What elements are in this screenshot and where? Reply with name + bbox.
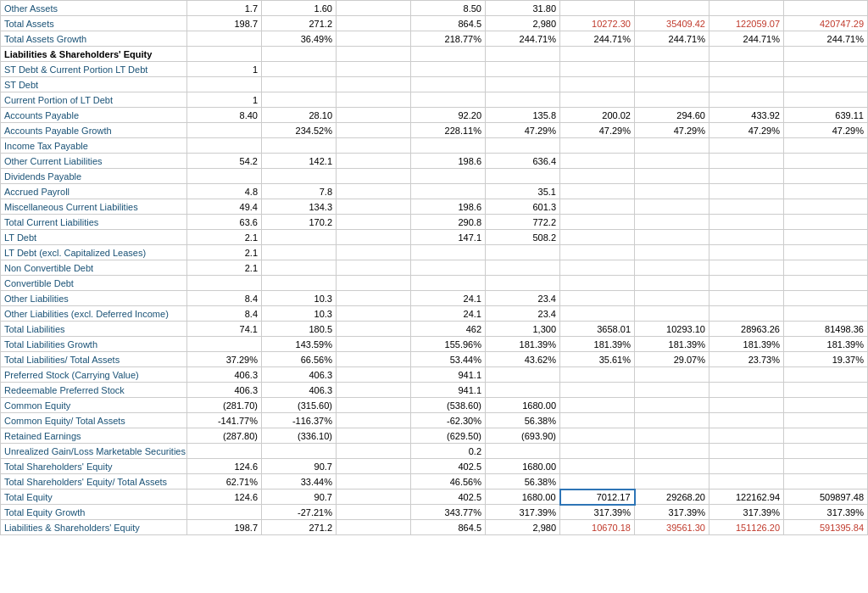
row-label: Total Liabilities/ Total Assets	[1, 352, 187, 367]
cell-value	[337, 47, 411, 62]
cell-value	[635, 77, 709, 92]
cell-value	[262, 62, 337, 77]
cell-value: 147.1	[411, 230, 486, 245]
cell-value	[784, 306, 868, 322]
row-label: Total Liabilities	[1, 322, 187, 337]
cell-value	[187, 505, 262, 520]
table-row: Non Convertible Debt2.1	[1, 260, 868, 276]
cell-value: (336.10)	[262, 428, 337, 444]
cell-value	[337, 138, 411, 154]
cell-value	[337, 77, 411, 92]
cell-value	[187, 31, 262, 47]
row-label: Non Convertible Debt	[1, 260, 187, 276]
cell-value	[337, 322, 411, 337]
cell-value	[337, 337, 411, 352]
table-row: Other Liabilities (excl. Deferred Income…	[1, 306, 868, 322]
row-label: Common Equity	[1, 398, 187, 413]
cell-value	[635, 276, 709, 291]
cell-value	[486, 169, 560, 184]
cell-value	[784, 459, 868, 474]
cell-value: 10293.10	[635, 322, 709, 337]
cell-value	[411, 47, 486, 62]
cell-value: 591395.84	[784, 520, 868, 535]
table-row: LT Debt2.1147.1508.2	[1, 230, 868, 245]
row-label: LT Debt	[1, 230, 187, 245]
cell-value	[709, 306, 784, 322]
cell-value	[709, 184, 784, 199]
row-label: Unrealized Gain/Loss Marketable Securiti…	[1, 444, 187, 459]
cell-value: 317.39%	[486, 505, 560, 520]
cell-value: 290.8	[411, 215, 486, 230]
cell-value	[784, 77, 868, 92]
cell-value	[337, 306, 411, 322]
cell-value	[709, 1, 784, 16]
table-row: Retained Earnings(287.80)(336.10)(629.50…	[1, 428, 868, 444]
cell-value	[560, 413, 635, 428]
cell-value	[709, 230, 784, 245]
cell-value: 180.5	[262, 322, 337, 337]
row-label: Total Assets Growth	[1, 31, 187, 47]
row-label: Liabilities & Shareholders' Equity	[1, 520, 187, 535]
cell-value: 29.07%	[635, 352, 709, 367]
cell-value	[784, 367, 868, 383]
cell-value	[784, 199, 868, 215]
cell-value	[262, 276, 337, 291]
cell-value: -141.77%	[187, 413, 262, 428]
cell-value	[337, 184, 411, 199]
cell-value	[262, 92, 337, 108]
row-label: Income Tax Payable	[1, 138, 187, 154]
cell-value: 198.6	[411, 154, 486, 169]
cell-value: 402.5	[411, 459, 486, 474]
cell-value: -27.21%	[262, 505, 337, 520]
row-label: Retained Earnings	[1, 428, 187, 444]
cell-value	[709, 215, 784, 230]
cell-value: 28.10	[262, 108, 337, 123]
cell-value	[337, 428, 411, 444]
cell-value: 1,300	[486, 322, 560, 337]
cell-value	[709, 474, 784, 490]
cell-value: -116.37%	[262, 413, 337, 428]
table-row: Accounts Payable8.4028.1092.20135.8200.0…	[1, 108, 868, 123]
cell-value	[486, 444, 560, 459]
cell-value: 433.92	[709, 108, 784, 123]
cell-value	[709, 154, 784, 169]
cell-value	[635, 459, 709, 474]
cell-value	[709, 138, 784, 154]
cell-value	[337, 154, 411, 169]
row-label: Miscellaneous Current Liabilities	[1, 199, 187, 215]
cell-value: 90.7	[262, 459, 337, 474]
cell-value: -62.30%	[411, 413, 486, 428]
cell-value	[486, 383, 560, 398]
cell-value: 35.1	[486, 184, 560, 199]
cell-value	[784, 184, 868, 199]
cell-value: 122059.07	[709, 16, 784, 31]
cell-value: 10670.18	[560, 520, 635, 535]
cell-value	[411, 276, 486, 291]
cell-value	[635, 444, 709, 459]
cell-value	[337, 398, 411, 413]
cell-value: 143.59%	[262, 337, 337, 352]
cell-value: (693.90)	[486, 428, 560, 444]
table-row: ST Debt	[1, 77, 868, 92]
cell-value	[784, 444, 868, 459]
cell-value: 92.20	[411, 108, 486, 123]
cell-value	[560, 367, 635, 383]
cell-value: 864.5	[411, 520, 486, 535]
cell-value: 19.37%	[784, 352, 868, 367]
cell-value	[486, 62, 560, 77]
cell-value	[784, 62, 868, 77]
table-row: LT Debt (excl. Capitalized Leases)2.1	[1, 245, 868, 260]
cell-value	[709, 398, 784, 413]
cell-value: 200.02	[560, 108, 635, 123]
cell-value	[486, 138, 560, 154]
cell-value: 0.2	[411, 444, 486, 459]
cell-value: 56.38%	[486, 413, 560, 428]
cell-value	[635, 184, 709, 199]
table-row: ST Debt & Current Portion LT Debt1	[1, 62, 868, 77]
cell-value	[784, 291, 868, 306]
cell-value	[784, 230, 868, 245]
cell-value	[709, 77, 784, 92]
cell-value	[784, 245, 868, 260]
cell-value	[337, 92, 411, 108]
cell-value	[262, 444, 337, 459]
